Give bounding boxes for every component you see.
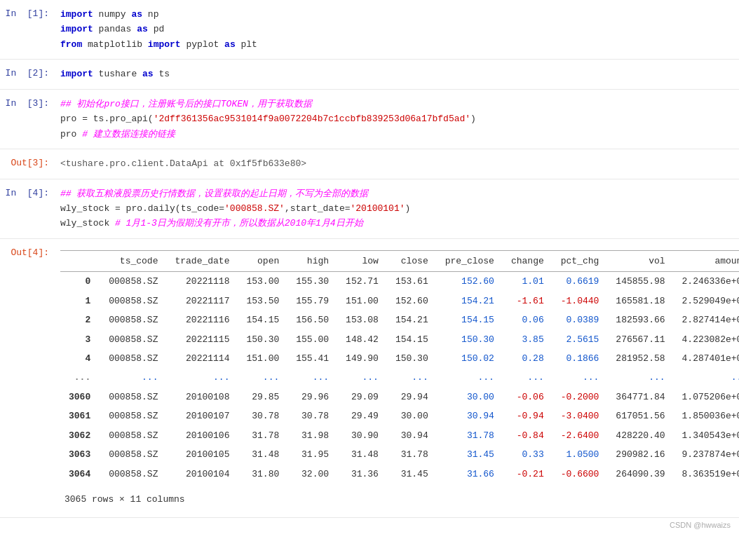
table-cell: 31.66 [437, 465, 503, 484]
table-cell: 1.850036e+06 [674, 407, 739, 425]
row-summary: 3065 rows × 11 columns [60, 486, 739, 510]
table-cell: 152.60 [437, 272, 503, 292]
keyword: from [60, 39, 82, 50]
table-cell: 3061 [60, 407, 100, 425]
table-cell: 3062 [60, 426, 100, 445]
table-cell: 20221115 [166, 330, 238, 349]
keyword: as [142, 69, 154, 79]
cell-4-input: In [4]: ## 获取五粮液股票历史行情数据，设置获取的起止日期，不写为全部… [0, 179, 739, 239]
code-line: wly_stock = pro.daily(ts_code='000858.SZ… [60, 201, 735, 216]
table-cell: 1.340543e+06 [674, 426, 739, 445]
table-cell: ... [437, 368, 503, 387]
table-row: 3060000858.SZ2010010829.8529.9629.0929.9… [60, 388, 739, 407]
table-cell: 2.246336e+06 [674, 272, 739, 292]
cell-3-content: ## 初始化pro接口，注册账号后的接口TOKEN，用于获取数据 pro = t… [56, 94, 739, 144]
cell-3-out-content: <tushare.pro.client.DataApi at 0x1f5fb63… [56, 153, 739, 174]
table-cell: 31.36 [337, 465, 387, 484]
table-cell: 30.00 [387, 407, 437, 425]
code-line: ## 获取五粮液股票历史行情数据，设置获取的起止日期，不写为全部的数据 [60, 186, 735, 201]
table-cell: 30.94 [437, 407, 503, 425]
table-cell: 1.01 [503, 272, 552, 292]
table-cell: ... [100, 368, 166, 387]
comment: ## 初始化pro接口，注册账号后的接口TOKEN，用于获取数据 [60, 99, 312, 109]
table-cell: 31.48 [238, 445, 287, 464]
table-cell: 32.00 [287, 465, 337, 484]
comment: # 建立数据连接的链接 [82, 129, 175, 139]
table-cell: 156.50 [287, 310, 337, 329]
notebook: In [1]: import numpy as np import pandas… [0, 0, 739, 560]
table-cell: 20221118 [166, 272, 238, 292]
table-cell: 30.94 [387, 426, 437, 445]
table-cell: 20221114 [166, 349, 238, 368]
col-header-close: close [387, 250, 437, 271]
table-cell: 3 [60, 330, 100, 349]
table-cell: ... [674, 368, 739, 387]
table-row: 1000858.SZ20221117153.50155.79151.00152.… [60, 292, 739, 310]
keyword: as [137, 24, 148, 34]
table-cell: 30.90 [337, 426, 387, 445]
string: '000858.SZ' [224, 203, 285, 214]
table-cell: ... [337, 368, 387, 387]
table-cell: 617051.56 [607, 407, 673, 425]
table-cell: 148.42 [337, 330, 387, 349]
table-cell: 29.49 [337, 407, 387, 425]
cell-4-table-content: ts_code trade_date open high low close p… [56, 243, 739, 513]
table-cell: 290982.16 [607, 445, 673, 464]
table-cell: 31.95 [287, 445, 337, 464]
cell-3-output: Out[3]: <tushare.pro.client.DataApi at 0… [0, 149, 739, 179]
table-cell: 000858.SZ [100, 292, 166, 310]
table-cell: 3060 [60, 388, 100, 407]
table-cell: 31.80 [238, 465, 287, 484]
table-cell: 000858.SZ [100, 388, 166, 407]
cell-1-content: import numpy as np import pandas as pd f… [56, 4, 739, 55]
table-cell: 0 [60, 272, 100, 292]
table-cell: 20100108 [166, 388, 238, 407]
col-header-low: low [337, 250, 387, 271]
table-cell: 153.61 [387, 272, 437, 292]
table-cell: 153.08 [337, 310, 387, 329]
code-line: pro # 建立数据连接的链接 [60, 127, 735, 142]
table-cell: 8.363519e+05 [674, 465, 739, 484]
col-header-ts_code: ts_code [100, 250, 166, 271]
code-line: ## 初始化pro接口，注册账号后的接口TOKEN，用于获取数据 [60, 97, 735, 111]
table-cell: 152.60 [387, 292, 437, 310]
table-cell: ... [387, 368, 437, 387]
code-line: import tushare as ts [60, 67, 735, 81]
table-cell: 000858.SZ [100, 272, 166, 292]
table-cell: 4.287401e+06 [674, 349, 739, 368]
table-row: .................................... [60, 368, 739, 387]
table-cell: -1.0440 [552, 292, 608, 310]
table-row: 2000858.SZ20221116154.15156.50153.08154.… [60, 310, 739, 329]
table-cell: 2.827414e+06 [674, 310, 739, 329]
table-cell: 3063 [60, 445, 100, 464]
table-cell: -0.84 [503, 426, 552, 445]
table-cell: -0.21 [503, 465, 552, 484]
table-cell: 000858.SZ [100, 349, 166, 368]
table-cell: 3.85 [503, 330, 552, 349]
table-cell: -0.2000 [552, 388, 608, 407]
table-cell: 31.48 [337, 445, 387, 464]
string: '20100101' [351, 203, 405, 214]
table-cell: 000858.SZ [100, 426, 166, 445]
table-cell: ... [607, 368, 673, 387]
table-row: 3061000858.SZ2010010730.7830.7829.4930.0… [60, 407, 739, 425]
table-cell: 0.0389 [552, 310, 608, 329]
col-header-pre_close: pre_close [437, 250, 503, 271]
table-cell: -0.94 [503, 407, 552, 425]
table-cell: 149.90 [337, 349, 387, 368]
table-cell: -3.0400 [552, 407, 608, 425]
keyword: import [60, 69, 93, 79]
table-cell: -1.61 [503, 292, 552, 310]
table-cell: 0.28 [503, 349, 552, 368]
keyword: as [224, 39, 236, 50]
cell-2-label: In [2]: [0, 64, 56, 84]
table-cell: 154.21 [437, 292, 503, 310]
table-cell: 281952.58 [607, 349, 673, 368]
table-cell: ... [166, 368, 238, 387]
table-cell: 3064 [60, 465, 100, 484]
cell-3-input: In [3]: ## 初始化pro接口，注册账号后的接口TOKEN，用于获取数据… [0, 90, 739, 149]
table-cell: 29.96 [287, 388, 337, 407]
cell-4-out-label: Out[4]: [0, 243, 56, 513]
table-cell: 150.30 [387, 349, 437, 368]
table-cell: 152.71 [337, 272, 387, 292]
